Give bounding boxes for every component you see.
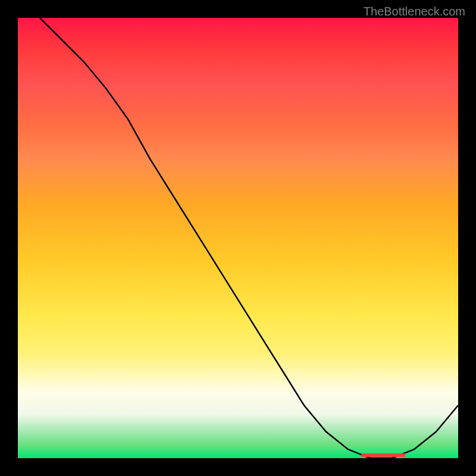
chart-line-svg	[18, 18, 458, 458]
watermark-text: TheBottleneck.com	[364, 5, 465, 18]
chart-plot-area	[18, 18, 458, 458]
minimum-region-bar	[361, 453, 405, 457]
bottleneck-curve-line	[40, 18, 458, 458]
